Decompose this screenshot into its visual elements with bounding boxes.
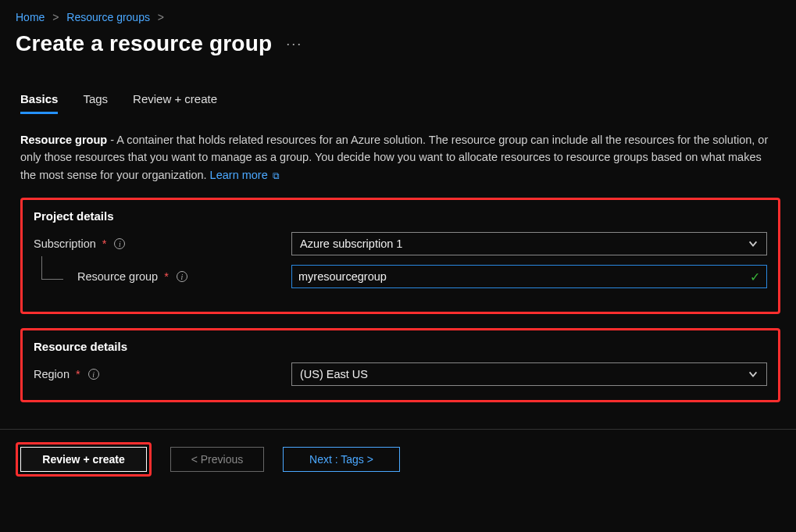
resource-group-row: Resource group * i ✓ — [34, 265, 767, 288]
tab-tags[interactable]: Tags — [83, 92, 108, 114]
project-details-section: Project details Subscription * i Azure s… — [20, 198, 780, 314]
breadcrumb-separator: > — [153, 11, 169, 23]
external-link-icon: ⧉ — [273, 170, 280, 181]
required-star-icon: * — [76, 368, 80, 380]
description-text: - A container that holds related resourc… — [20, 134, 768, 181]
tab-review[interactable]: Review + create — [133, 92, 217, 114]
chevron-down-icon — [748, 369, 759, 380]
resource-details-heading: Resource details — [34, 340, 767, 353]
region-label: Region * i — [34, 368, 291, 380]
tab-basics[interactable]: Basics — [20, 92, 58, 114]
resource-group-input[interactable] — [298, 270, 745, 283]
learn-more-link[interactable]: Learn more ⧉ — [210, 169, 280, 181]
region-row: Region * i (US) East US — [34, 362, 767, 386]
resource-group-label: Resource group * i — [34, 270, 291, 283]
more-actions-icon[interactable]: ··· — [286, 36, 302, 52]
page-title: Create a resource group — [16, 31, 272, 56]
breadcrumb: Home > Resource groups > — [0, 0, 796, 28]
subscription-value: Azure subscription 1 — [300, 237, 402, 250]
subscription-row: Subscription * i Azure subscription 1 — [34, 232, 767, 255]
resource-details-section: Resource details Region * i (US) East US — [20, 328, 780, 402]
footer-button-bar: Review + create < Previous Next : Tags > — [0, 430, 796, 489]
subscription-select[interactable]: Azure subscription 1 — [291, 232, 767, 255]
review-button-highlight: Review + create — [16, 442, 152, 477]
region-value: (US) East US — [300, 368, 368, 380]
check-icon: ✓ — [750, 270, 760, 284]
breadcrumb-home[interactable]: Home — [16, 11, 45, 23]
indent-line-icon — [41, 256, 63, 280]
required-star-icon: * — [102, 237, 107, 250]
next-button[interactable]: Next : Tags > — [283, 447, 400, 472]
info-icon[interactable]: i — [114, 238, 125, 249]
page-title-row: Create a resource group ··· — [0, 28, 796, 70]
info-icon[interactable]: i — [88, 369, 99, 380]
review-create-button[interactable]: Review + create — [20, 447, 147, 472]
info-icon[interactable]: i — [177, 271, 187, 282]
description-strong: Resource group — [20, 134, 107, 146]
resource-group-description: Resource group - A container that holds … — [20, 131, 778, 184]
breadcrumb-resource-groups[interactable]: Resource groups — [66, 11, 150, 23]
region-select[interactable]: (US) East US — [291, 362, 767, 386]
required-star-icon: * — [164, 270, 169, 283]
project-details-heading: Project details — [34, 209, 767, 223]
resource-group-input-wrap: ✓ — [291, 265, 767, 288]
breadcrumb-separator: > — [48, 11, 63, 23]
chevron-down-icon — [748, 238, 759, 249]
subscription-label: Subscription * i — [34, 237, 291, 250]
tab-bar: Basics Tags Review + create — [20, 92, 780, 114]
previous-button[interactable]: < Previous — [170, 447, 264, 472]
